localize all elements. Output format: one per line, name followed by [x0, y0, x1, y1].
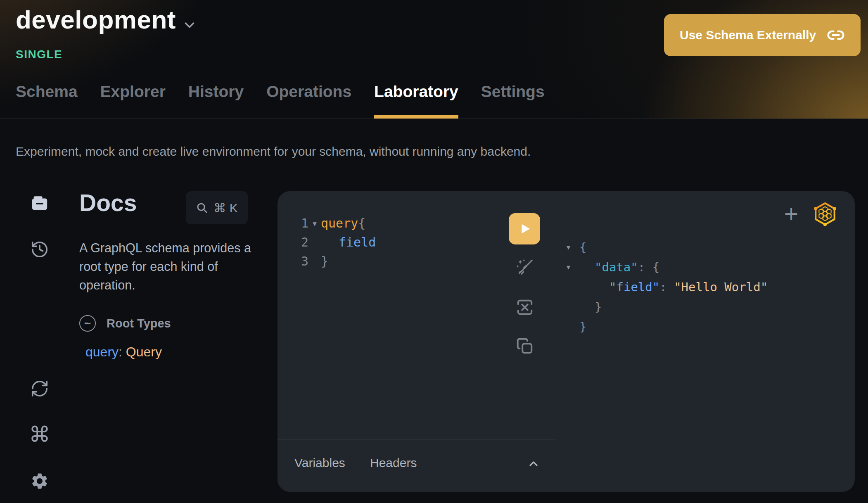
response-line-2: ▾ "data": { [567, 257, 768, 277]
response-line-4: } [567, 297, 768, 317]
docs-panel-title: Docs [79, 189, 137, 216]
response-viewer: ▾ { ▾ "data": { "field": "Hello World" }… [567, 237, 768, 337]
tab-settings[interactable]: Settings [481, 80, 545, 119]
line-number: 1 [277, 214, 308, 233]
use-schema-externally-button[interactable]: Use Schema Externally [664, 14, 861, 56]
tab-schema[interactable]: Schema [16, 80, 78, 119]
root-type-name[interactable]: Query [126, 344, 162, 359]
hive-logo-icon[interactable] [813, 202, 837, 227]
tab-history[interactable]: History [188, 80, 244, 119]
tab-variables[interactable]: Variables [294, 456, 345, 470]
play-icon [518, 222, 532, 236]
chevron-up-icon[interactable] [527, 457, 540, 470]
target-nav-tabs: Schema Explorer History Operations Labor… [16, 80, 545, 119]
tab-explorer[interactable]: Explorer [100, 80, 166, 119]
fold-arrow-icon[interactable]: ▾ [308, 214, 321, 233]
tab-laboratory[interactable]: Laboratory [374, 80, 458, 119]
tab-operations[interactable]: Operations [266, 80, 351, 119]
search-icon [196, 202, 208, 214]
response-line-5: } [567, 317, 768, 337]
page-header: development SINGLE Use Schema Externally… [0, 0, 868, 119]
refresh-schema-button[interactable] [30, 379, 49, 398]
shortcuts-button[interactable]: ⌘ [30, 425, 49, 444]
history-icon [30, 240, 49, 259]
query-line-2: 2 field [277, 233, 376, 252]
editor-footer-divider [277, 439, 555, 439]
copy-query-button[interactable] [515, 337, 534, 356]
merge-fragments-button[interactable] [515, 298, 534, 317]
target-name-title[interactable]: development [16, 5, 176, 34]
response-line-3: "field": "Hello World" [567, 277, 768, 297]
docs-search-button[interactable]: ⌘ K [186, 191, 248, 224]
tab-headers[interactable]: Headers [370, 456, 417, 470]
add-tab-button[interactable]: + [782, 202, 800, 225]
plus-icon: + [783, 202, 799, 225]
query-line-1: 1 ▾ query{ [277, 214, 376, 233]
chevron-down-icon[interactable] [182, 17, 197, 33]
docs-plugin-button[interactable] [30, 194, 49, 213]
gear-icon [30, 472, 49, 491]
graphiql-editor-card: 1 ▾ query{ 2 field 3 } [277, 191, 855, 492]
root-types-label: Root Types [107, 317, 171, 330]
prettify-query-button[interactable] [515, 258, 534, 277]
root-types-section: ~ Root Types [79, 315, 171, 332]
laboratory-description: Experiment, mock and create live environ… [16, 145, 531, 159]
copy-icon [515, 337, 534, 356]
docs-book-icon [30, 194, 49, 213]
query-editor[interactable]: 1 ▾ query{ 2 field 3 } [277, 214, 376, 271]
fold-arrow-icon[interactable]: ▾ [567, 257, 579, 277]
link-icon [827, 26, 845, 44]
root-field-name: query [85, 344, 119, 359]
laboratory-page: development SINGLE Use Schema Externally… [0, 0, 868, 503]
search-shortcut-label: ⌘ K [213, 201, 237, 215]
prettify-sparkle-brush-icon [515, 258, 534, 277]
single-badge: SINGLE [16, 48, 62, 61]
command-icon: ⌘ [29, 425, 50, 444]
line-number: 3 [277, 252, 308, 271]
root-type-query-link[interactable]: query: Query [85, 344, 162, 360]
history-plugin-button[interactable] [30, 240, 49, 259]
response-line-1: ▾ { [567, 237, 768, 257]
root-types-icon: ~ [79, 315, 96, 332]
use-schema-externally-label: Use Schema Externally [680, 28, 816, 42]
execute-query-button[interactable] [509, 213, 540, 244]
refresh-icon [30, 379, 49, 398]
sidebar-divider [65, 178, 65, 503]
line-number: 2 [277, 233, 308, 252]
fold-arrow-icon[interactable]: ▾ [567, 237, 579, 257]
query-line-3: 3 } [277, 252, 376, 271]
docs-intro-text: A GraphQL schema provides a root type fo… [79, 239, 263, 294]
settings-button[interactable] [30, 472, 49, 491]
merge-icon [515, 298, 534, 317]
